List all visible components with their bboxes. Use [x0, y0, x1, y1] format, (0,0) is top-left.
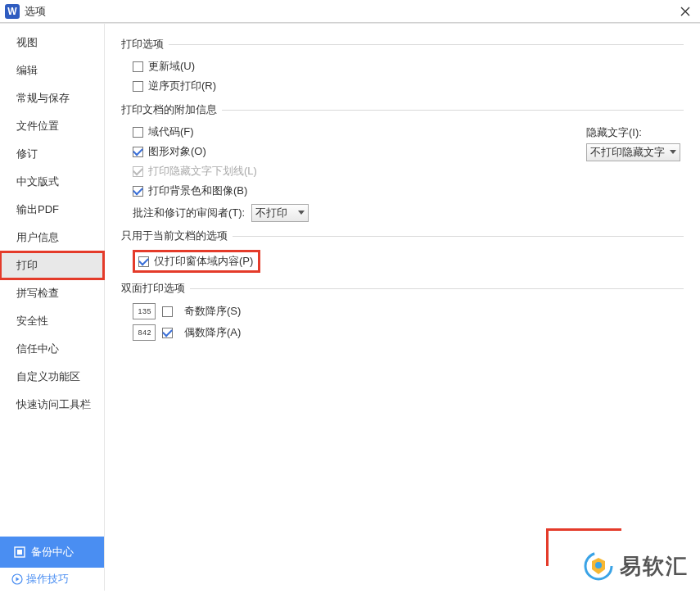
checkbox-field-codes[interactable] [133, 127, 143, 138]
chevron-down-icon [298, 211, 305, 215]
group-title-duplex: 双面打印选项 [121, 281, 185, 296]
label-hidden-underline: 打印隐藏文字下划线(L) [148, 164, 257, 179]
play-icon [11, 573, 23, 585]
sidebar-item-edit[interactable]: 编辑 [0, 57, 104, 84]
label-even-desc: 偶数降序(A) [184, 325, 241, 340]
group-print-additional: 打印文档的附加信息 域代码(F) 图形对象(O) 打印隐藏文字下划线(L) 打印… [121, 102, 684, 222]
duplex-row-odd: 1 3 5 奇数降序(S) [133, 301, 684, 322]
sidebar-item-general-save[interactable]: 常规与保存 [0, 84, 104, 112]
hidden-text-column: 隐藏文字(I): 不打印隐藏文字 [586, 125, 680, 161]
close-button[interactable] [675, 2, 695, 21]
checkbox-only-form[interactable] [138, 256, 149, 267]
label-odd-desc: 奇数降序(S) [184, 304, 241, 319]
group-title-print-options: 打印选项 [121, 37, 164, 52]
checkbox-graphics[interactable] [133, 147, 143, 157]
group-title-current-doc: 只用于当前文档的选项 [121, 229, 228, 243]
label-update-fields: 更新域(U) [148, 59, 195, 74]
sidebar-item-file-location[interactable]: 文件位置 [0, 112, 104, 140]
close-icon [680, 7, 690, 16]
label-reviewer: 批注和修订的审阅者(T): [133, 206, 245, 220]
tips-link[interactable]: 操作技巧 [0, 568, 104, 591]
sidebar-item-chinese-layout[interactable]: 中文版式 [0, 168, 104, 196]
sidebar-item-output-pdf[interactable]: 输出PDF [0, 196, 104, 224]
watermark-logo: 易软汇 [582, 550, 689, 582]
svg-point-4 [595, 562, 602, 568]
backup-center-button[interactable]: 备份中心 [0, 537, 104, 568]
backup-icon [13, 546, 26, 559]
sidebar-item-quick-access[interactable]: 快速访问工具栏 [0, 391, 104, 419]
sidebar-item-spellcheck[interactable]: 拼写检查 [0, 279, 104, 307]
checkbox-odd-desc[interactable] [162, 306, 173, 317]
logo-icon [582, 550, 615, 582]
label-reverse-order: 逆序页打印(R) [148, 79, 216, 93]
label-field-codes: 域代码(F) [148, 125, 194, 139]
checkbox-row-reverse-order[interactable]: 逆序页打印(R) [133, 76, 684, 96]
group-print-options: 打印选项 更新域(U) 逆序页打印(R) [121, 37, 684, 96]
highlight-only-form: 仅打印窗体域内容(P) [133, 250, 260, 273]
content-panel: 打印选项 更新域(U) 逆序页打印(R) 打印文档的附加信息 域代码(F) [105, 24, 700, 591]
reviewer-row: 批注和修订的审阅者(T): 不打印 [133, 204, 684, 222]
sidebar-item-user-info[interactable]: 用户信息 [0, 224, 104, 251]
label-graphics: 图形对象(O) [148, 144, 206, 159]
group-title-additional: 打印文档的附加信息 [121, 102, 217, 117]
select-hidden-text-value: 不打印隐藏文字 [590, 145, 665, 160]
checkbox-reverse-order[interactable] [133, 81, 143, 92]
select-hidden-text[interactable]: 不打印隐藏文字 [586, 143, 680, 161]
checkbox-row-background[interactable]: 打印背景色和图像(B) [133, 181, 684, 201]
select-reviewer[interactable]: 不打印 [251, 204, 309, 222]
duplex-row-even: 8 4 2 偶数降序(A) [133, 322, 684, 343]
checkbox-update-fields[interactable] [133, 61, 143, 72]
titlebar: W 选项 [0, 0, 700, 23]
select-reviewer-value: 不打印 [255, 206, 287, 220]
label-background: 打印背景色和图像(B) [148, 183, 247, 198]
group-current-doc: 只用于当前文档的选项 仅打印窗体域内容(P) [121, 229, 684, 273]
odd-order-icon: 1 3 5 [133, 303, 156, 319]
sidebar-item-revision[interactable]: 修订 [0, 140, 104, 168]
sidebar: 视图 编辑 常规与保存 文件位置 修订 中文版式 输出PDF 用户信息 打印 拼… [0, 24, 105, 591]
sidebar-item-view[interactable]: 视图 [0, 29, 104, 57]
backup-label: 备份中心 [31, 545, 74, 559]
tips-label: 操作技巧 [26, 572, 69, 587]
even-order-icon: 8 4 2 [133, 324, 156, 341]
sidebar-item-print[interactable]: 打印 [0, 251, 104, 279]
label-only-form: 仅打印窗体域内容(P) [154, 254, 253, 269]
checkbox-row-hidden-underline: 打印隐藏文字下划线(L) [133, 161, 684, 181]
app-icon: W [5, 4, 20, 19]
group-duplex: 双面打印选项 1 3 5 奇数降序(S) 8 4 2 偶数降序(A) [121, 281, 684, 343]
label-hidden-text: 隐藏文字(I): [586, 125, 680, 140]
main-area: 视图 编辑 常规与保存 文件位置 修订 中文版式 输出PDF 用户信息 打印 拼… [0, 23, 700, 591]
svg-rect-1 [17, 550, 22, 555]
sidebar-item-custom-ribbon[interactable]: 自定义功能区 [0, 363, 104, 391]
sidebar-item-trust-center[interactable]: 信任中心 [0, 335, 104, 363]
checkbox-hidden-underline [133, 166, 143, 177]
checkbox-row-update-fields[interactable]: 更新域(U) [133, 57, 684, 76]
chevron-down-icon [670, 150, 676, 155]
window-title: 选项 [25, 4, 675, 19]
checkbox-even-desc[interactable] [162, 328, 173, 338]
checkbox-background[interactable] [133, 186, 143, 197]
logo-text: 易软汇 [620, 552, 689, 581]
sidebar-item-security[interactable]: 安全性 [0, 307, 104, 335]
